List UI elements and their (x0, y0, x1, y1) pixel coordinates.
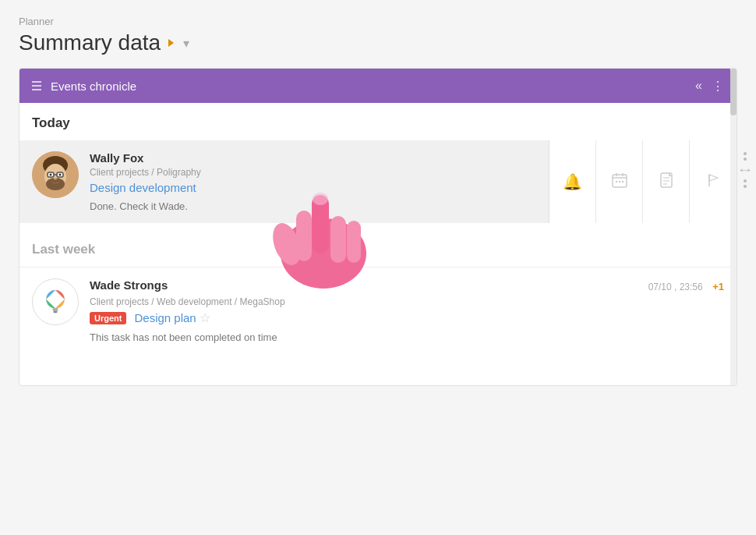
card-task-link-wade[interactable]: Design plan (134, 311, 196, 324)
urgent-badge: Urgent (90, 312, 126, 324)
panel-menu-button[interactable]: ⋮ (712, 79, 724, 94)
svg-rect-28 (54, 311, 58, 314)
svg-point-7 (59, 174, 62, 176)
card-task-row: Urgent Design plan ☆ (90, 310, 724, 325)
header: Planner Summary data ▾ (0, 0, 756, 68)
action-flag-col[interactable] (690, 140, 737, 223)
card-plus-badge: +1 (712, 281, 724, 292)
resize-handle-area: ↔ (739, 152, 751, 188)
page-title-row: Summary data ▾ (19, 30, 737, 55)
panel-title: Events chronicle (51, 80, 136, 93)
panel-header: Events chronicle « ⋮ (19, 69, 737, 103)
table-row: Wally Fox Client projects / Poligraphy D… (19, 140, 737, 223)
collapse-button[interactable]: « (695, 79, 702, 93)
content-area: Today (19, 103, 737, 385)
svg-point-17 (618, 180, 620, 182)
main-panel: Events chronicle « ⋮ Today (19, 68, 737, 386)
card-path-wade: Client projects / Web development / Mega… (90, 296, 724, 307)
svg-point-6 (50, 174, 52, 176)
resize-dot (744, 185, 747, 188)
svg-point-18 (621, 180, 623, 182)
last-week-section: Last week (19, 236, 737, 373)
filter-icon[interactable]: ▾ (183, 36, 189, 51)
svg-point-11 (54, 178, 57, 180)
card-info-wally: Wally Fox Client projects / Poligraphy D… (90, 151, 536, 212)
svg-point-16 (615, 180, 616, 182)
page-container: Planner Summary data ▾ Events chronicle … (0, 0, 756, 535)
card-meta-wade: Wade Strongs 07/10 , 23:56 +1 (90, 278, 724, 294)
bell-icon[interactable]: 🔔 (563, 172, 582, 191)
card-date-plus-group: 07/10 , 23:56 +1 (648, 279, 724, 293)
breadcrumb: Planner (19, 16, 737, 27)
star-icon[interactable]: ☆ (200, 310, 210, 325)
card-path-wally: Client projects / Poligraphy (90, 167, 536, 178)
drag-handle-icon[interactable] (32, 81, 41, 90)
card-actions-wally: 🔔 (549, 140, 737, 223)
card-main-wally: Wally Fox Client projects / Poligraphy D… (19, 140, 549, 223)
panel-header-left: Events chronicle (32, 80, 136, 93)
table-row: Wade Strongs 07/10 , 23:56 +1 Client pro… (19, 267, 737, 354)
today-section: Today (19, 115, 737, 223)
resize-arrow-icon[interactable]: ↔ (737, 163, 754, 177)
card-name-wally: Wally Fox (90, 151, 536, 165)
card-name-wade: Wade Strongs (90, 278, 168, 292)
today-section-title: Today (19, 115, 737, 140)
calendar-icon[interactable] (611, 172, 628, 193)
action-document-col[interactable] (643, 140, 690, 223)
resize-dot (744, 158, 747, 161)
card-comment-wade: This task has not been completed on time (90, 331, 724, 343)
action-calendar-col[interactable] (596, 140, 643, 223)
action-bell-col[interactable]: 🔔 (549, 140, 596, 223)
card-date: 07/10 , 23:56 (648, 282, 703, 292)
document-icon[interactable] (658, 172, 675, 193)
scrollbar[interactable] (730, 69, 737, 385)
resize-dot (744, 179, 747, 182)
avatar (32, 151, 79, 198)
card-comment-wally: Done. Check it Wade. (90, 200, 536, 212)
resize-dot (744, 152, 747, 155)
panel-header-right: « ⋮ (695, 79, 724, 94)
svg-rect-27 (53, 308, 58, 310)
page-title: Summary data (19, 30, 161, 55)
card-main-wade: Wade Strongs 07/10 , 23:56 +1 Client pro… (19, 268, 737, 354)
scrollbar-thumb[interactable] (730, 69, 737, 115)
avatar (32, 278, 79, 325)
flag-icon[interactable] (705, 172, 722, 193)
card-info-wade: Wade Strongs 07/10 , 23:56 +1 Client pro… (90, 278, 724, 343)
card-task-link-wally[interactable]: Design development (90, 181, 536, 194)
last-week-section-title: Last week (19, 236, 737, 267)
title-dropdown-arrow[interactable] (168, 39, 174, 47)
